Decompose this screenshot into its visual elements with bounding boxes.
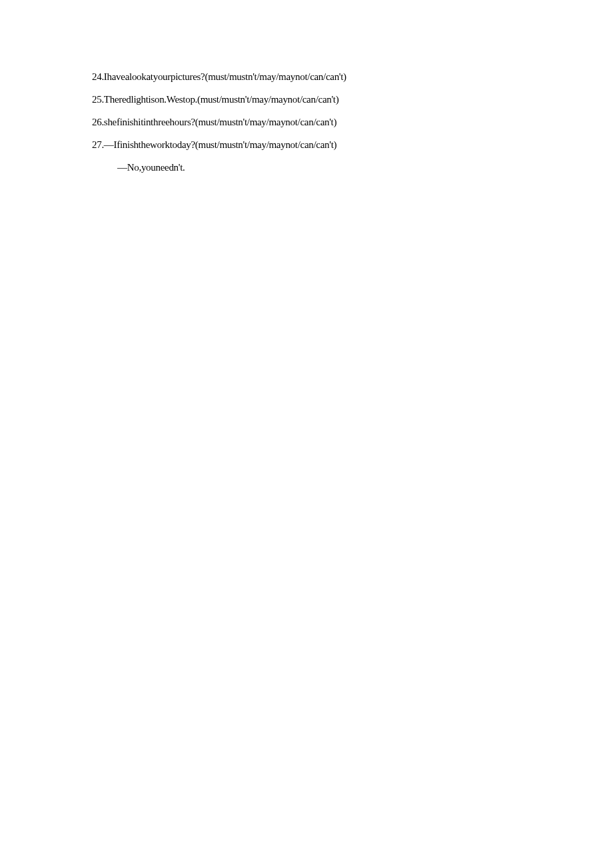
question-number: 26 [92, 117, 101, 127]
subline-text: —No,youneedn't. [117, 162, 185, 173]
question-25: 25.Theredlightison.Westop.(must/mustn't/… [92, 95, 613, 105]
question-27-subline: —No,youneedn't. [92, 163, 613, 173]
question-text: Theredlightison.Westop.(must/mustn't/may… [104, 94, 339, 105]
question-number: 24 [92, 71, 101, 82]
question-number: 25 [92, 94, 101, 105]
question-24: 24.Ihavealookatyourpictures?(must/mustn'… [92, 72, 613, 82]
question-text: —Ifinishtheworktoday?(must/mustn't/may/m… [104, 139, 336, 150]
question-text: shefinishitinthreehours?(must/mustn't/ma… [104, 117, 336, 127]
question-27: 27.—Ifinishtheworktoday?(must/mustn't/ma… [92, 140, 613, 150]
question-text: Ihavealookatyourpictures?(must/mustn't/m… [104, 71, 346, 82]
question-26: 26.shefinishitinthreehours?(must/mustn't… [92, 117, 613, 127]
question-number: 27 [92, 139, 101, 150]
